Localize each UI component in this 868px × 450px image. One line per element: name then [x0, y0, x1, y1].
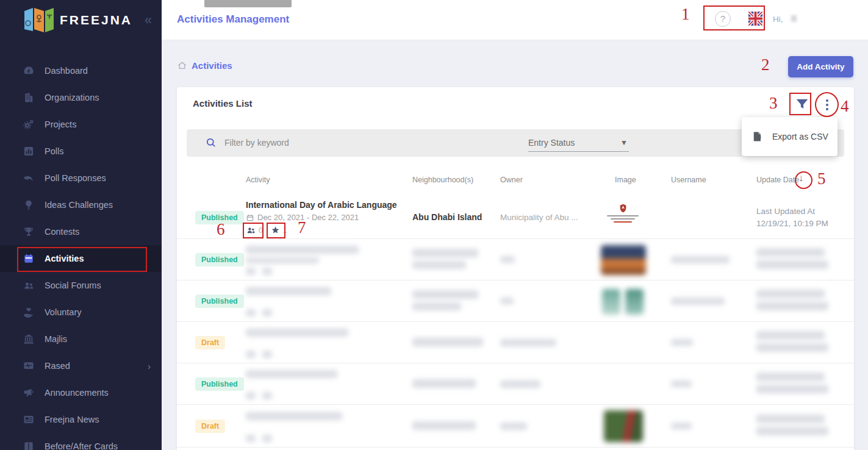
- table-row[interactable]: Published International Day of Arabic La…: [177, 196, 854, 239]
- activities-icon: [23, 252, 35, 265]
- image-cell: [601, 196, 650, 238]
- annotation-number-2: 2: [761, 55, 770, 74]
- column-neighbourhoods[interactable]: Neighbourhood(s): [412, 176, 473, 184]
- redacted-icon: [246, 351, 256, 358]
- page-title: Activities Management: [177, 13, 289, 26]
- add-activity-button[interactable]: Add Activity: [788, 56, 853, 77]
- redacted-text: [412, 290, 478, 299]
- redacted-text: [412, 379, 476, 388]
- column-activity[interactable]: Activity: [246, 176, 270, 184]
- voluntary-icon: [23, 306, 35, 318]
- column-owner[interactable]: Owner: [500, 176, 523, 184]
- polls-icon: [23, 145, 35, 157]
- sidebar-item-label: Social Forums: [45, 280, 101, 290]
- filter-icon[interactable]: [794, 96, 811, 113]
- contests-icon: [23, 226, 35, 238]
- breadcrumb-activities[interactable]: Activities: [192, 60, 232, 71]
- sidebar-item-label: Ideas Challenges: [45, 200, 113, 210]
- social-forums-icon: [23, 279, 35, 291]
- redacted-text: [756, 248, 825, 257]
- organizations-icon: [23, 91, 35, 104]
- sidebar-item-organizations[interactable]: Organizations: [0, 84, 162, 111]
- sidebar-item-label: Freejna News: [45, 415, 99, 424]
- sidebar-item-label: Poll Responses: [45, 173, 106, 183]
- sidebar-item-dashboard[interactable]: Dashboard: [0, 57, 162, 84]
- activity-title[interactable]: International Day of Arabic Language: [246, 200, 397, 210]
- sidebar-item-majlis[interactable]: Majlis: [0, 326, 162, 352]
- redacted-text: [756, 331, 825, 340]
- poll-responses-icon: [23, 172, 35, 184]
- table-row[interactable]: Draft: [177, 405, 854, 448]
- app-logo[interactable]: FREEJNA «: [0, 0, 162, 40]
- sidebar-item-voluntary[interactable]: Voluntary: [0, 299, 162, 326]
- redacted-text: [671, 423, 692, 429]
- rased-icon: [23, 360, 35, 372]
- status-badge: Draft: [195, 420, 225, 433]
- activity-image-blurred: [625, 289, 644, 315]
- sidebar-item-before-after-cards[interactable]: Before/After Cards: [0, 433, 162, 450]
- redacted-text: [412, 421, 476, 430]
- news-icon: [23, 413, 35, 426]
- redacted-icon: [262, 392, 272, 399]
- more-options-icon[interactable]: [822, 96, 832, 114]
- sidebar-item-freejna-news[interactable]: Freejna News: [0, 406, 162, 433]
- sidebar-item-contests[interactable]: Contests: [0, 218, 162, 245]
- sidebar: FREEJNA « Dashboard Organizations Projec…: [0, 0, 162, 450]
- sidebar-collapse-icon[interactable]: «: [145, 12, 152, 28]
- sidebar-item-label: Announcements: [45, 388, 109, 398]
- activity-image: [601, 203, 645, 232]
- redacted-icon: [262, 268, 272, 275]
- sidebar-item-poll-responses[interactable]: Poll Responses: [0, 165, 162, 191]
- redacted-text: [756, 260, 828, 269]
- sidebar-item-polls[interactable]: Polls: [0, 138, 162, 165]
- redacted-text: [500, 256, 515, 263]
- dashboard-icon: [23, 65, 35, 77]
- entry-status-select[interactable]: Entry Status ▼: [528, 135, 629, 152]
- sidebar-item-label: Polls: [45, 146, 63, 156]
- redacted-text: [671, 298, 725, 305]
- redacted-text: [756, 343, 828, 352]
- redacted-text: [756, 415, 825, 423]
- redacted-text: [756, 385, 828, 393]
- cards-icon: [23, 440, 35, 450]
- redacted-text: [246, 246, 359, 254]
- sidebar-item-social-forums[interactable]: Social Forums: [0, 272, 162, 299]
- help-icon[interactable]: ?: [715, 11, 731, 27]
- redacted-text: [671, 339, 693, 346]
- sidebar-item-projects[interactable]: Projects: [0, 111, 162, 138]
- sidebar-item-label: Voluntary: [45, 307, 81, 317]
- star-icon: [270, 225, 281, 235]
- app-name: FREEJNA: [60, 13, 132, 27]
- column-image[interactable]: Image: [615, 176, 636, 184]
- keyword-filter-input[interactable]: [224, 134, 481, 151]
- majlis-icon: [23, 333, 35, 345]
- table-row[interactable]: Published: [177, 280, 854, 322]
- table-row[interactable]: Published: [177, 363, 854, 405]
- owner-value: Municipality of Abu ...: [500, 213, 578, 222]
- search-icon: [205, 137, 217, 149]
- redacted-icon: [246, 309, 256, 316]
- redacted-text: [500, 298, 514, 304]
- sort-descending-icon[interactable]: ↓: [798, 173, 803, 184]
- export-menu[interactable]: Export as CSV: [742, 117, 838, 156]
- sidebar-item-ideas-challenges[interactable]: Ideas Challenges: [0, 191, 162, 218]
- activity-dates: Dec 20, 2021 - Dec 22, 2021: [246, 213, 359, 222]
- sidebar-item-activities[interactable]: Activities: [0, 245, 162, 272]
- redacted-text: [246, 329, 348, 337]
- language-flag-icon[interactable]: [748, 12, 762, 26]
- column-update-date[interactable]: Update Date: [756, 176, 799, 184]
- activity-cell: International Day of Arabic Language Dec…: [246, 196, 411, 238]
- sidebar-item-announcements[interactable]: Announcements: [0, 379, 162, 406]
- table-row[interactable]: Published: [177, 239, 854, 280]
- redacted-icon: [246, 268, 256, 275]
- calendar-icon: [246, 213, 254, 222]
- column-username[interactable]: Username: [671, 176, 706, 184]
- screenshot-artifact: [204, 0, 292, 7]
- table-row[interactable]: Draft: [177, 322, 854, 363]
- export-csv-icon: [751, 130, 764, 143]
- redacted-text: [500, 380, 540, 388]
- panel-title: Activities List: [193, 98, 253, 109]
- user-greeting: Hi,: [773, 15, 783, 24]
- announcements-icon: [23, 387, 35, 399]
- sidebar-item-rased[interactable]: Rased ›: [0, 352, 162, 379]
